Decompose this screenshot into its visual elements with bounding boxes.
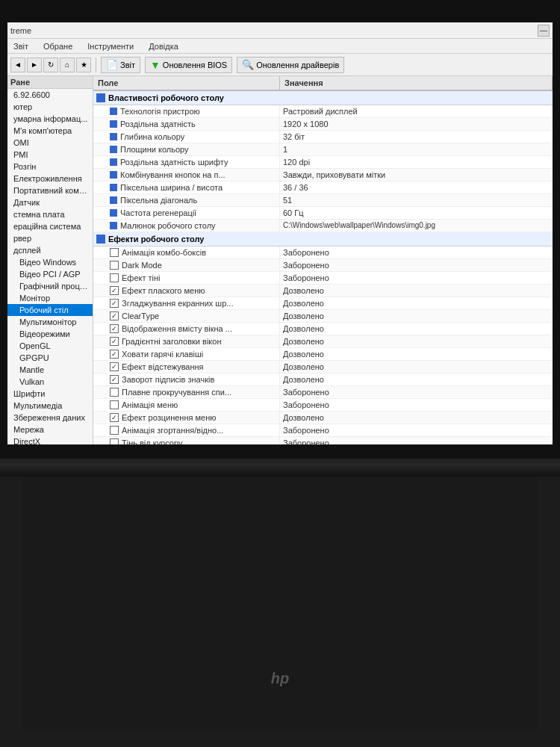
sidebar-item-omi[interactable]: OMI — [7, 137, 93, 149]
sidebar-item-monitor[interactable]: Монітор — [7, 292, 93, 304]
sidebar-item-os[interactable]: ераційна система — [7, 220, 93, 232]
sidebar-item-gpu[interactable]: Графічний процес... — [7, 280, 93, 292]
table-row: Плавне прокручування спи... Заборонено — [93, 386, 553, 399]
field-icon — [110, 120, 117, 128]
sidebar-item-version[interactable]: 6.92.6600 — [7, 89, 93, 101]
report-button[interactable]: 📄 Звіт — [101, 57, 140, 73]
sidebar-item-power[interactable]: Електроживлення — [7, 173, 93, 185]
value-res: 1920 x 1080 — [280, 118, 553, 130]
field-iconlabels: Заворот підписів значків — [93, 374, 280, 385]
value-pixeldiag: 51 — [280, 194, 553, 206]
sidebar-item-network[interactable]: Мережа — [7, 424, 93, 436]
back-button[interactable]: ◄ — [10, 58, 25, 72]
table-row: Ефект тіні Заборонено — [93, 272, 553, 285]
sidebar-item-multimonitor[interactable]: Мультимонітор — [7, 316, 93, 328]
sidebar-item-vulkan[interactable]: Vulkan — [7, 376, 93, 388]
minimize-button[interactable]: — — [538, 25, 550, 37]
sidebar-item-compname[interactable]: М'я комп'ютера — [7, 125, 93, 137]
refresh-button[interactable]: ↻ — [43, 58, 58, 72]
report-icon: 📄 — [106, 59, 118, 70]
field-icon — [110, 184, 117, 191]
driver-update-button[interactable]: 🔍 Оновлення драйверів — [237, 57, 344, 73]
sidebar-item-multimedia[interactable]: Мультимедіа — [7, 400, 93, 412]
sidebar-item-gpgpu[interactable]: GPGPU — [7, 352, 93, 364]
field-res: Роздільна здатність — [93, 118, 280, 130]
menu-bar: Звіт Обране Інструменти Довідка — [7, 39, 553, 54]
report-label: Звіт — [120, 61, 135, 69]
field-animcombo: Анімація комбо-боксів — [93, 247, 280, 258]
home-button[interactable]: ⌂ — [60, 58, 75, 72]
checkbox-smoothfont — [110, 299, 119, 308]
sidebar-item-video-windows[interactable]: Відео Windows — [7, 256, 93, 268]
sidebar-item-pmi[interactable]: PMI — [7, 149, 93, 161]
value-darkmode: Заборонено — [280, 259, 553, 271]
table-row: Ефект розцинення меню Дозволено — [93, 412, 553, 424]
sidebar-item-storage[interactable]: Збереження даних — [7, 412, 93, 424]
sidebar-item-sensor[interactable]: Датчик — [7, 196, 93, 208]
table-row: Згладжування екранних шр... Дозволено — [93, 297, 553, 310]
sidebar-item-server[interactable]: рвер — [7, 232, 93, 244]
field-smoothfont: Згладжування екранних шр... — [93, 297, 280, 309]
field-depth: Глибина кольору — [93, 131, 280, 143]
sidebar-item-motherboard[interactable]: стемна плата — [7, 208, 93, 220]
menu-instrumenty[interactable]: Інструменти — [84, 41, 137, 52]
value-animcombo: Заборонено — [280, 247, 553, 258]
menu-dovidka[interactable]: Довідка — [146, 41, 181, 52]
field-darkmode: Dark Mode — [93, 259, 280, 271]
field-icon — [110, 158, 117, 166]
sidebar-item-opengl[interactable]: OpenGL — [7, 340, 93, 352]
bios-label: Оновлення BIOS — [163, 61, 227, 69]
table-row: Роздільна здатність шрифту 120 dpi — [93, 156, 553, 169]
checkbox-cursorshadow — [110, 438, 119, 444]
sidebar-item-overclock[interactable]: Розгін — [7, 161, 93, 173]
value-refresh: 60 Гц — [280, 207, 553, 219]
value-hotkeys: Дозволено — [280, 348, 553, 360]
favorites-button[interactable]: ★ — [76, 58, 91, 72]
table-row: Відображення вмісту вікна ... Дозволено — [93, 323, 553, 335]
value-smoothscroll: Заборонено — [280, 386, 553, 398]
field-fontres: Роздільна здатність шрифту — [93, 156, 280, 168]
bios-update-button[interactable]: ▼ Оновлення BIOS — [145, 57, 232, 73]
table-row: Роздільна здатність 1920 x 1080 — [93, 118, 553, 131]
sidebar-item-fonts[interactable]: Шрифти — [7, 388, 93, 400]
sidebar-item-display[interactable]: дсплей — [7, 244, 93, 256]
value-tech: Растровий дисплей — [280, 105, 553, 117]
value-wallpaper: C:\Windows\web\wallpaper\Windows\img0.jp… — [280, 220, 553, 232]
sidebar-item-computer[interactable]: ютер — [7, 101, 93, 113]
value-header: Значення — [280, 76, 553, 90]
field-cleartype: ClearType — [93, 310, 280, 322]
laptop-body: hp — [0, 463, 560, 747]
value-cursorshadow: Заборонено — [280, 437, 553, 444]
hp-logo: hp — [271, 670, 289, 687]
forward-button[interactable]: ► — [27, 58, 42, 72]
sidebar-item-portable[interactable]: Портативний комп... — [7, 185, 93, 196]
sidebar-item-summary[interactable]: умарна інформац... — [7, 113, 93, 125]
table-row: Dark Mode Заборонено — [93, 259, 553, 272]
checkbox-shadow — [110, 273, 119, 282]
toolbar: ◄ ► ↻ ⌂ ★ 📄 Звіт ▼ Оновлення BIOS 🔍 Онов… — [7, 54, 553, 76]
table-row: Ефект відстежування Дозволено — [93, 361, 553, 374]
section2-icon — [96, 235, 105, 244]
sidebar-item-desktop[interactable]: Робочий стіл — [7, 304, 93, 316]
section2-header: Ефекти робочого столу — [93, 232, 553, 247]
field-icon — [110, 196, 117, 204]
menu-obrane[interactable]: Обране — [40, 41, 75, 52]
field-icon — [110, 171, 117, 179]
table-row: Анімація згортання/відно... Заборонено — [93, 424, 553, 437]
section1-label: Властивості робочого столу — [93, 91, 280, 105]
value-pixelwh: 36 / 36 — [280, 182, 553, 193]
table-row: Комбінування кнопок на п... Завжди, прих… — [93, 169, 553, 182]
field-pixeldiag: Піксельна діагональ — [93, 194, 280, 206]
sidebar-item-directx[interactable]: DirectX — [7, 436, 93, 444]
sidebar-item-video-pci[interactable]: Відео PCI / AGP — [7, 268, 93, 280]
sidebar-item-mantle[interactable]: Mantle — [7, 364, 93, 376]
main-content: Ране 6.92.6600 ютер умарна інформац... М… — [7, 76, 553, 444]
sidebar-item-videomodes[interactable]: Відеорежими — [7, 328, 93, 340]
menu-zvit[interactable]: Звіт — [10, 41, 31, 52]
checkbox-animcombo — [110, 248, 119, 257]
checkbox-flatmenu — [110, 286, 119, 295]
value-combine: Завжди, приховувати мітки — [280, 169, 553, 181]
checkbox-smoothscroll — [110, 388, 119, 397]
driver-icon: 🔍 — [242, 59, 254, 70]
value-shadow: Заборонено — [280, 272, 553, 284]
